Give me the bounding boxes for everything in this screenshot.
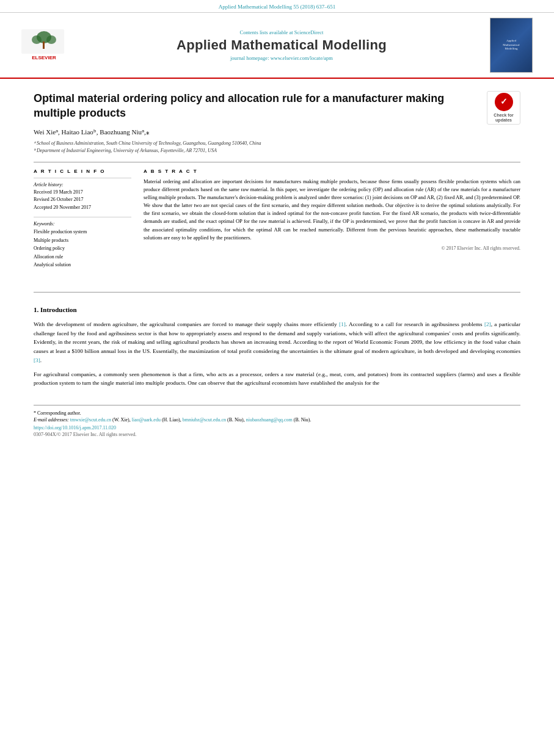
science-direct-link[interactable]: ScienceDirect (294, 29, 324, 35)
journal-title: Applied Mathematical Modelling (73, 37, 490, 53)
authors: Wei Xieᵃ, Haitao Liaoᵇ, Baozhuang Niuᵃ,⁎ (34, 128, 520, 136)
article-info-abstract: A R T I C L E I N F O Article history: R… (34, 162, 520, 269)
journal-citation: Applied Mathematical Modelling 55 (2018)… (219, 4, 336, 10)
affiliation-a: ᵃ School of Business Administration, Sou… (34, 140, 520, 147)
journal-header-center: Contents lists available at ScienceDirec… (73, 29, 490, 61)
keyword-3: Ordering policy (34, 244, 131, 253)
abstract-copyright: © 2017 Elsevier Inc. All rights reserved… (144, 245, 520, 253)
svg-point-3 (46, 35, 56, 44)
keywords-list: Flexible production system Multiple prod… (34, 228, 131, 269)
email-bmniu: bmniubz@scut.edu.cn (183, 417, 226, 423)
journal-header: ELSEVIER Contents lists available at Sci… (0, 13, 554, 79)
intro-paragraph-2: For agricultural companies, a commonly s… (34, 370, 520, 388)
email-addresses: E-mail addresses: tmwxie@scut.edu.cn (W.… (34, 417, 520, 423)
email-label: E-mail addresses: (34, 417, 70, 423)
ref-3[interactable]: [3] (34, 357, 40, 363)
thumb-journal-name: AppliedMathematicalModelling (503, 39, 520, 51)
elsevier-logo: ELSEVIER (18, 26, 73, 64)
article-info-heading: A R T I C L E I N F O (34, 169, 131, 174)
email-niuqq: niubaozhuang@qq.com (246, 417, 293, 423)
abstract-panel: A B S T R A C T Material ordering and al… (144, 169, 520, 269)
paper-title: Optimal material ordering policy and all… (34, 91, 520, 121)
footnote-area: * Corresponding author. E-mail addresses… (34, 405, 520, 437)
author-names: Wei Xieᵃ, Haitao Liaoᵇ, Baozhuang Niuᵃ,⁎ (34, 128, 150, 136)
email-list: tmwxie@scut.edu.cn (70, 417, 111, 423)
email-w-xie: (W. Xie), (112, 417, 132, 423)
journal-citation-bar: Applied Mathematical Modelling 55 (2018)… (0, 0, 554, 13)
doi-link[interactable]: https://doi.org/10.1016/j.apm.2017.11.02… (34, 425, 520, 431)
keyword-1: Flexible production system (34, 228, 131, 236)
ref-2[interactable]: [2] (484, 321, 491, 327)
intro-section-title: 1. Introduction (34, 305, 520, 315)
check-updates-badge[interactable]: ✓ Check for updates (487, 91, 520, 125)
history-label: Article history: (34, 182, 131, 187)
accepted-date: Accepted 20 November 2017 (34, 204, 131, 212)
abstract-text: Material ordering and allocation are imp… (144, 178, 520, 242)
svg-point-2 (32, 35, 42, 44)
affiliation-b: ᵇ Department of Industrial Engineering, … (34, 147, 520, 154)
section-divider (34, 292, 520, 293)
info-divider (34, 178, 131, 178)
corresponding-author-note: * Corresponding author. (34, 410, 520, 416)
intro-paragraph-1: With the development of modern agricultu… (34, 320, 520, 365)
keyword-4: Allocation rule (34, 253, 131, 261)
keyword-5: Analytical solution (34, 261, 131, 269)
homepage-link[interactable]: www.elsevier.com/locate/apm (271, 55, 333, 61)
revised-date: Revised 26 October 2017 (34, 196, 131, 204)
paper-section: Optimal material ordering policy and all… (0, 79, 554, 286)
abstract-heading: A B S T R A C T (144, 169, 520, 174)
journal-homepage: journal homepage: www.elsevier.com/locat… (73, 55, 490, 61)
received-date: Received 19 March 2017 (34, 189, 131, 197)
email-liao: liao@uark.edu (132, 417, 161, 423)
article-dates: Received 19 March 2017 Revised 26 Octobe… (34, 189, 131, 212)
keywords-label: Keywords: (34, 221, 131, 227)
svg-rect-4 (43, 42, 45, 49)
journal-thumbnail: AppliedMathematicalModelling (490, 18, 536, 73)
article-info-panel: A R T I C L E I N F O Article history: R… (34, 169, 131, 269)
keyword-2: Multiple products (34, 236, 131, 245)
ref-1[interactable]: [1] (339, 321, 346, 327)
contents-available: Contents lists available at ScienceDirec… (73, 29, 490, 35)
check-badge-icon: ✓ (495, 93, 513, 111)
svg-text:ELSEVIER: ELSEVIER (32, 55, 56, 60)
copyright-footer: 0307-904X/© 2017 Elsevier Inc. All right… (34, 432, 520, 437)
info-divider-2 (34, 217, 131, 217)
affiliations: ᵃ School of Business Administration, Sou… (34, 140, 520, 154)
main-body: 1. Introduction With the development of … (0, 299, 554, 399)
